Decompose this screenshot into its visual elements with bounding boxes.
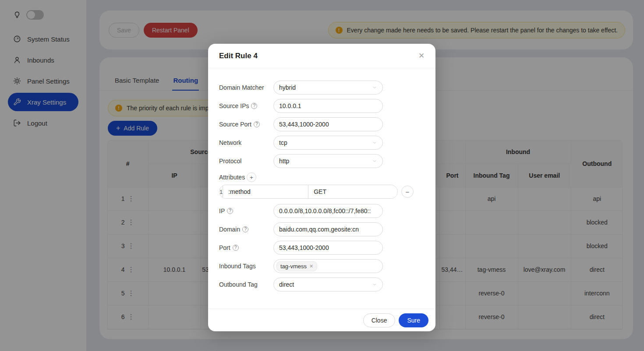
chevron-down-icon <box>372 85 377 90</box>
remove-attribute-button[interactable]: − <box>401 186 414 198</box>
chevron-down-icon <box>372 158 377 164</box>
field-label-network: Network <box>219 139 273 146</box>
outbound-tag-select[interactable]: direct <box>273 277 383 291</box>
modal-body: Domain Matcher hybrid Source IPs? Source… <box>208 68 435 309</box>
attribute-group: 1 <box>219 185 398 199</box>
ip-input[interactable] <box>273 204 383 218</box>
help-icon[interactable]: ? <box>242 226 248 232</box>
help-icon[interactable]: ? <box>233 245 239 251</box>
field-label-attributes: Attributes <box>219 174 245 181</box>
inbound-tags-input[interactable]: tag-vmess ✕ <box>273 259 383 273</box>
domain-input[interactable] <box>273 222 383 236</box>
field-label-source-port: Source Port? <box>219 121 273 128</box>
chevron-down-icon <box>372 282 377 287</box>
add-attribute-button[interactable]: + <box>247 172 256 182</box>
edit-rule-modal: Edit Rule 4 ✕ Domain Matcher hybrid Sour… <box>208 44 435 331</box>
protocol-select[interactable]: http <box>273 154 383 168</box>
field-label-port: Port? <box>219 244 273 251</box>
field-label-inbound-tags: Inbound Tags <box>219 263 273 270</box>
attribute-row: 1 − <box>219 185 425 199</box>
field-label-source-ips: Source IPs? <box>219 102 273 109</box>
modal-title: Edit Rule 4 <box>219 52 258 60</box>
field-label-ip: IP? <box>219 207 273 214</box>
help-icon[interactable]: ? <box>251 103 257 109</box>
field-label-outbound-tag: Outbound Tag <box>219 281 273 288</box>
attribute-key-input[interactable] <box>223 185 308 198</box>
help-icon[interactable]: ? <box>227 208 233 214</box>
remove-tag-icon[interactable]: ✕ <box>309 263 313 269</box>
close-icon[interactable]: ✕ <box>416 51 427 60</box>
close-button[interactable]: Close <box>363 313 396 327</box>
attribute-value-input[interactable] <box>308 185 398 198</box>
field-label-protocol: Protocol <box>219 158 273 165</box>
modal-footer: Close Sure <box>208 309 435 331</box>
network-select[interactable]: tcp <box>273 136 383 150</box>
sure-button[interactable]: Sure <box>399 313 428 327</box>
field-label-domain: Domain? <box>219 226 273 233</box>
chevron-down-icon <box>372 140 377 145</box>
tag-chip: tag-vmess ✕ <box>276 261 317 271</box>
field-label-domain-matcher: Domain Matcher <box>219 84 273 91</box>
help-icon[interactable]: ? <box>254 121 260 127</box>
port-input[interactable] <box>273 241 383 255</box>
modal-header: Edit Rule 4 ✕ <box>208 44 435 68</box>
attribute-index: 1 <box>219 185 223 198</box>
domain-matcher-select[interactable]: hybrid <box>273 81 383 95</box>
source-port-input[interactable] <box>273 117 383 131</box>
source-ips-input[interactable] <box>273 99 383 113</box>
